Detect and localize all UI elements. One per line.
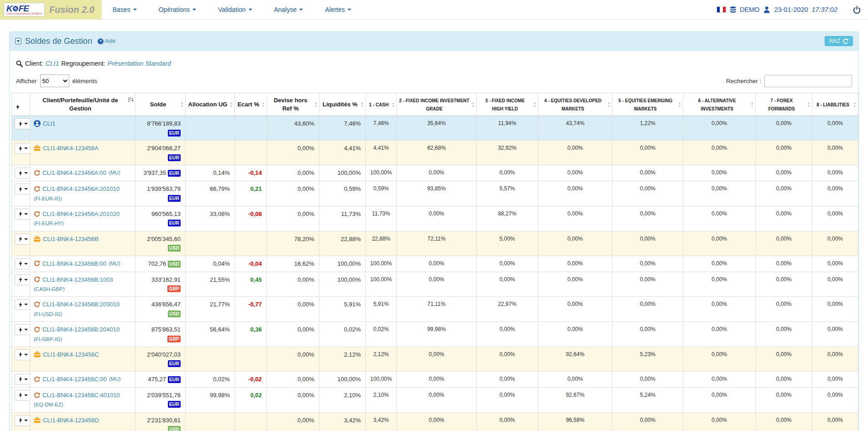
cell-lia: 0,00% <box>812 272 858 297</box>
row-link[interactable]: CLI1-BNK4-123456B:204010 <box>42 325 120 334</box>
row-actions-button[interactable] <box>15 234 31 245</box>
collapse-icon[interactable] <box>15 38 21 44</box>
cell-lia: 0,00% <box>812 116 858 141</box>
menu-item-validation[interactable]: Validation <box>207 0 263 19</box>
cell-allocation: 66,79% <box>186 181 235 206</box>
cell-cash: 2,10% <box>366 387 397 412</box>
row-actions-button[interactable] <box>15 118 31 129</box>
row-actions-button[interactable] <box>15 415 31 426</box>
row-link[interactable]: CLI1-BNK4-123456D <box>43 416 99 425</box>
cell-alt: 0,00% <box>683 231 756 256</box>
cell-liquidites: 7,46% <box>319 116 366 141</box>
cell-solde: 8'766'189,83 EUR <box>135 116 186 141</box>
cell-devise-hors-ref: 0,00% <box>267 371 319 387</box>
row-link[interactable]: CLI1-BNK4-123456B:1003 <box>42 275 113 284</box>
col-header-cash[interactable]: 1 - CASH▲▼ <box>366 93 397 116</box>
question-circle-icon: ? <box>98 38 104 44</box>
cell-devise-hors-ref: 0,00% <box>267 347 319 371</box>
cell-alt: 0,00% <box>683 371 756 387</box>
logout-button[interactable] <box>853 6 861 14</box>
row-actions-button[interactable] <box>15 274 31 285</box>
menu-item-analyse[interactable]: Analyse <box>263 0 314 19</box>
row-actions-button[interactable] <box>15 168 31 179</box>
cell-eq_em: 0,00% <box>613 206 683 231</box>
cell-ecart: -0,14 <box>235 165 267 181</box>
col-header-solde[interactable]: Solde▲▼ <box>135 93 186 116</box>
cell-eq_dm: 0,00% <box>538 256 613 272</box>
row-actions-button[interactable] <box>15 258 31 269</box>
col-header-ecart[interactable]: Ecart %▲▼ <box>235 93 267 116</box>
row-actions-button[interactable] <box>15 209 31 220</box>
help-link[interactable]: ? Aide <box>98 38 115 44</box>
col-header-eq_dm[interactable]: 4 - EQUITIES DEVELOPED MARKETS▲▼ <box>538 93 613 116</box>
col-header-liq[interactable]: Liquidités %▲▼ <box>319 93 366 116</box>
col-header-fi_ig[interactable]: 2 - FIXED INCOME INVESTMENT GRADE▲▼ <box>397 93 477 116</box>
menu-item-bases[interactable]: Bases <box>102 0 148 19</box>
row-actions-button[interactable] <box>15 349 31 360</box>
col-header-fx[interactable]: 7 - FOREX FORWARDS▲▼ <box>756 93 812 116</box>
menu-item-alertes[interactable]: Alertes <box>314 0 362 19</box>
table-row: CLI1-BNK4-123456B:204010(FI-GBP-IG)875'8… <box>12 322 858 347</box>
col-header-fi_hy[interactable]: 3 - FIXED INCOME HIGH YIELD▲▼ <box>477 93 538 116</box>
cell-allocation: 0,04% <box>186 256 235 272</box>
cell-name: CLI1-BNK4-123456B:203010(FI-USD-IG) <box>30 297 135 322</box>
cell-fx: 0,00% <box>756 231 812 256</box>
cell-lia: 0,00% <box>812 231 858 256</box>
row-link[interactable]: CLI1-BNK4-123456A:201010 <box>42 184 120 194</box>
row-actions-button[interactable] <box>15 374 31 385</box>
row-actions-button[interactable] <box>15 299 31 310</box>
caret-down-icon <box>24 304 28 305</box>
row-link[interactable]: CLI1-BNK4-123456A:201020 <box>42 210 120 219</box>
row-link[interactable]: CLI1-BNK4-123456C <box>43 350 99 359</box>
search-label: Rechercher : <box>726 78 761 84</box>
client-context: Client: CLI1 Regroupement: Présentation … <box>16 60 857 67</box>
cell-eq_dm: 92,64% <box>538 347 613 371</box>
row-link[interactable]: CLI1-BNK4-123456B:203010 <box>42 300 120 309</box>
row-actions-button[interactable] <box>15 390 31 401</box>
row-link[interactable]: CLI1-BNK4-123456B:00 <box>42 259 106 268</box>
cell-liquidites: 11,73% <box>319 206 366 231</box>
menu-item-operations[interactable]: Opérations <box>148 0 207 19</box>
regroupement-link[interactable]: Présentation Standard <box>108 60 171 67</box>
cell-cash: 100,00% <box>366 272 397 297</box>
row-actions-button[interactable] <box>15 184 31 194</box>
cell-eq_dm: 0,00% <box>538 181 613 206</box>
row-actions-button[interactable] <box>15 324 31 335</box>
sort-icon: ▲▼ <box>607 101 611 108</box>
col-header-eq_em[interactable]: 5 - EQUITIES EMERGING MARKETS▲▼ <box>613 93 683 116</box>
caret-down-icon <box>24 378 28 380</box>
column-label: 2 - FIXED INCOME INVESTMENT GRADE <box>399 98 469 111</box>
client-link[interactable]: CLI1 <box>46 60 59 67</box>
globe-icon <box>13 6 18 11</box>
cell-fi_ig: 93,85% <box>397 181 477 206</box>
page-size-select[interactable]: 50 <box>40 74 69 87</box>
table-row: CLI1-BNK4-123456A2'904'066,27 EUR0,00%4,… <box>12 141 858 165</box>
lightning-icon <box>19 121 22 127</box>
col-header-lia[interactable]: 8 - LIABILITIES▲▼ <box>812 93 858 116</box>
row-link[interactable]: CLI1-BNK4-123456A <box>43 144 99 153</box>
cell-alt: 0,00% <box>683 206 756 231</box>
row-link[interactable]: CLI1-BNK4-123456C:00 <box>42 375 107 384</box>
management-unit-sync-icon <box>34 211 40 217</box>
cell-fi_hy: 0,00% <box>477 387 538 412</box>
row-link[interactable]: CLI1 <box>43 119 55 128</box>
cell-eq_em: 0,00% <box>613 297 683 322</box>
col-header-alt[interactable]: 6 - ALTERNATIVE INVESTMENTS▲▼ <box>683 93 756 116</box>
cell-fi_hy: 0,00% <box>477 347 538 371</box>
row-link[interactable]: CLI1-BNK4-123456B <box>43 235 99 244</box>
row-actions-button[interactable] <box>15 143 31 154</box>
raz-button[interactable]: RAZ <box>825 36 853 46</box>
search-input[interactable] <box>764 75 852 87</box>
col-header-devise[interactable]: Devise hors Ref %▲▼ <box>267 93 319 116</box>
table-controls: Afficher 50 éléments Rechercher : <box>16 74 852 87</box>
cell-cash: 0,02% <box>366 322 397 347</box>
sorted-column-icon <box>128 97 134 103</box>
row-link[interactable]: CLI1-BNK4-123456C:401010 <box>42 391 120 400</box>
elements-label: éléments <box>73 78 98 84</box>
col-header-alloc[interactable]: Allocation UG▲▼ <box>186 93 235 116</box>
caret-down-icon <box>24 172 28 174</box>
row-code: (EQ-DM-EZ) <box>34 401 131 409</box>
flag-france-icon[interactable] <box>717 6 726 13</box>
col-header-name[interactable]: Client/Portefeuille/Unité de Gestion <box>30 93 135 116</box>
row-link[interactable]: CLI1-BNK4-123456A:00 <box>42 168 106 178</box>
